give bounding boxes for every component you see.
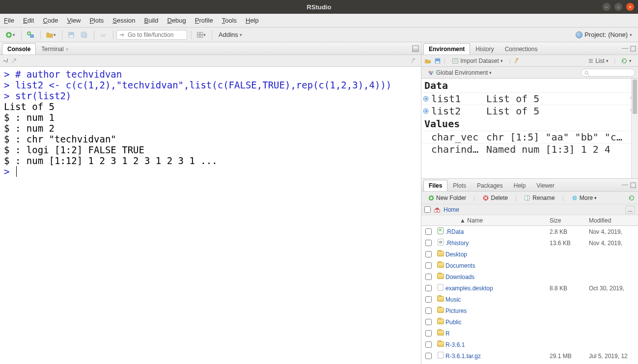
new-file-button[interactable]: ▾ [3,30,17,40]
delete-button[interactable]: Delete [479,194,511,202]
file-row[interactable]: R [421,328,638,339]
file-checkbox[interactable] [425,308,432,314]
file-checkbox[interactable] [425,251,432,257]
addins-dropdown[interactable]: Addins ▾ [215,30,246,39]
pane-maximize-icon[interactable] [412,44,419,52]
menu-view[interactable]: View [67,17,81,24]
file-row[interactable]: ⟳.Rhistory13.6 KBNov 4, 2019, [421,237,638,249]
file-name[interactable]: R [445,330,550,337]
breadcrumb-home[interactable]: Home [444,206,459,213]
file-name[interactable]: Downloads [445,274,550,280]
tab-packages[interactable]: Packages [472,180,508,191]
menu-session[interactable]: Session [112,17,135,24]
pane-maximize-icon[interactable] [630,181,636,188]
tab-terminal[interactable]: Terminal× [36,43,74,55]
env-row[interactable]: charind…Named num [1:3] 1 2 4 [421,143,638,155]
file-checkbox[interactable] [425,285,432,291]
new-project-button[interactable] [25,30,36,40]
tab-plots[interactable]: Plots [447,180,472,191]
console-path-popout-icon[interactable] [11,57,17,64]
file-name[interactable]: Music [445,296,550,303]
tab-help[interactable]: Help [508,180,531,191]
menu-tools[interactable]: Tools [222,17,237,24]
refresh-files-icon[interactable] [628,194,635,201]
tab-viewer[interactable]: Viewer [531,180,559,191]
file-row[interactable]: R.RData2.8 KBNov 4, 2019, [421,226,638,237]
col-size[interactable]: Size [550,217,589,224]
import-dataset-dropdown[interactable]: Import Dataset ▾ [448,56,506,65]
file-name[interactable]: Public [445,319,550,326]
clear-env-icon[interactable] [514,57,521,64]
close-icon[interactable]: × [66,47,69,52]
file-name[interactable]: .Rhistory [445,240,550,247]
grid-view-button[interactable]: ▾ [194,30,208,39]
goto-input[interactable] [126,31,185,38]
menu-file[interactable]: File [4,17,14,24]
print-button[interactable] [97,30,109,40]
tab-console[interactable]: Console [2,43,36,55]
load-workspace-icon[interactable] [424,57,431,64]
expand-icon[interactable] [421,105,430,117]
window-maximize-button[interactable]: ○ [614,3,622,11]
file-row[interactable]: R-3.6.1 [421,339,638,350]
refresh-env-button[interactable]: ▾ [617,56,635,65]
tab-files[interactable]: Files [423,180,447,191]
file-row[interactable]: Music [421,294,638,305]
project-selector[interactable]: Project: (None) ▾ [573,31,635,38]
file-checkbox[interactable] [425,341,432,348]
file-checkbox[interactable] [425,296,432,303]
pane-minimize-icon[interactable]: — [622,44,628,52]
save-all-button[interactable] [78,30,90,40]
clear-console-icon[interactable] [410,57,417,64]
file-name[interactable]: R-3.6.1 [445,341,550,348]
file-row[interactable]: Public [421,316,638,328]
save-button[interactable] [65,30,77,40]
tab-history[interactable]: History [470,43,499,55]
file-checkbox[interactable] [425,330,432,336]
file-name[interactable]: Desktop [445,251,550,258]
save-workspace-icon[interactable] [434,57,441,64]
file-name[interactable]: Pictures [445,308,550,314]
path-ellipsis-button[interactable]: ... [625,206,635,214]
file-row[interactable]: Downloads [421,271,638,282]
env-scrollbar[interactable] [631,79,638,178]
file-checkbox[interactable] [425,319,432,325]
file-name[interactable]: Documents [445,262,550,269]
file-checkbox[interactable] [425,262,432,269]
select-all-checkbox[interactable] [424,206,431,213]
pane-minimize-icon[interactable]: — [622,181,628,188]
menu-help[interactable]: Help [246,17,259,24]
file-row[interactable]: examples.desktop8.8 KBOct 30, 2019, [421,282,638,294]
window-close-button[interactable]: × [626,3,634,11]
menu-debug[interactable]: Debug [167,17,186,24]
file-name[interactable]: R-3.6.1.tar.gz [445,353,550,360]
env-view-mode[interactable]: List ▾ [584,56,612,65]
home-icon[interactable] [434,206,441,213]
col-modified[interactable]: Modified [589,217,638,224]
new-folder-button[interactable]: New Folder [424,194,470,202]
file-checkbox[interactable] [425,353,432,359]
env-row[interactable]: char_vecchr [1:5] "aa" "bb" "c… [421,131,638,143]
menu-profile[interactable]: Profile [195,17,213,24]
window-minimize-button[interactable]: − [603,3,610,11]
tab-connections[interactable]: Connections [499,43,543,55]
file-row[interactable]: Desktop [421,249,638,260]
file-checkbox[interactable] [425,240,432,246]
env-row[interactable]: list2List of 5 [421,105,638,117]
menu-plots[interactable]: Plots [89,17,104,24]
console-output[interactable]: > # author techvidvan> list2 <- c(c(1,2)… [0,67,421,364]
menu-edit[interactable]: Edit [23,17,34,24]
menu-build[interactable]: Build [144,17,159,24]
file-row[interactable]: Documents [421,260,638,271]
tab-environment[interactable]: Environment [423,43,470,55]
rename-button[interactable]: Rename [521,194,558,202]
file-checkbox[interactable] [425,228,432,235]
file-row[interactable]: R-3.6.1.tar.gz29.1 MBJul 5, 2019, 12 [421,350,638,362]
env-scope-dropdown[interactable]: Global Environment ▾ [424,68,495,77]
pane-maximize-icon[interactable] [630,44,636,52]
file-row[interactable]: Pictures [421,305,638,316]
col-name[interactable]: ▲ Name [435,217,550,224]
file-name[interactable]: examples.desktop [445,285,550,292]
menu-code[interactable]: Code [43,17,58,24]
expand-icon[interactable] [421,93,430,105]
